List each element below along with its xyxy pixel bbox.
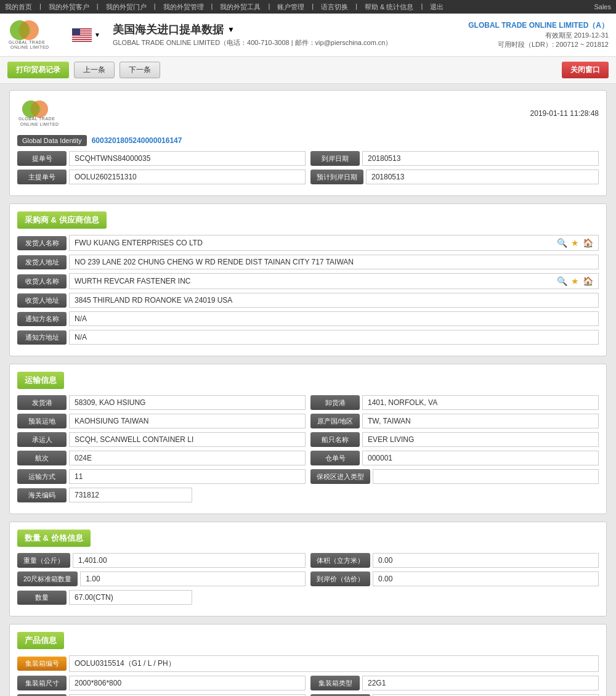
- card-datetime: 2019-01-11 11:28:48: [530, 109, 599, 118]
- consignee-home-icon[interactable]: 🏠: [583, 276, 593, 286]
- weight-volume-row: 重量（公斤） 1,401.00 体积（立方米） 0.00: [17, 553, 599, 568]
- top-nav: 我的首页 | 我的外贸客户 | 我的外贸门户 | 我的外贸管理 | 我的外贸工具…: [0, 0, 616, 14]
- carrier-value: SCQH, SCANWELL CONTAINER LI: [69, 432, 306, 447]
- quantity-price-header: 数量 & 价格信息: [17, 530, 599, 553]
- country-col: 原产国/地区 TW, TAIWAN: [310, 414, 599, 428]
- svg-text:GLOBAL TRADE: GLOBAL TRADE: [18, 117, 55, 121]
- shipper-name-value: FWU KUANG ENTERPRISES CO LTD 🔍 ★ 🏠: [69, 235, 599, 251]
- buyer-seller-title: 采购商 & 供应商信息: [17, 211, 107, 229]
- nav-sep5: |: [268, 2, 270, 12]
- customs-label: 海关编码: [17, 488, 67, 502]
- svg-point-15: [30, 104, 41, 115]
- weight-value: 1,401.00: [73, 553, 306, 568]
- nav-customers[interactable]: 我的外贸客户: [49, 2, 89, 12]
- container-size-type-row: 集装箱尺寸 2000*806*800 集装箱类型 22G1: [17, 676, 599, 690]
- master-bill-col: 主提单号 OOLU2602151310: [17, 170, 306, 184]
- ftz-col: 保税区进入类型: [310, 469, 599, 484]
- nav-home[interactable]: 我的首页: [5, 2, 32, 12]
- company-info: GLOBAL TRADE ONLINE LIMITED（电话：400-710-3…: [113, 38, 392, 47]
- nav-logout[interactable]: 退出: [430, 2, 444, 12]
- ftz-value: [373, 469, 599, 484]
- vessel-label: 船只名称: [310, 432, 360, 447]
- svg-rect-11: [72, 39, 92, 41]
- page-title: 美国海关进口提单数据: [113, 22, 224, 37]
- port-row: 发货港 58309, KAO HSIUNG 卸货港 1401, NORFOLK,…: [17, 395, 599, 410]
- header: GLOBAL TRADE ONLINE LIMITED ▼ 美国海关进口提单数据…: [0, 14, 616, 57]
- header-right: GLOBAL TRADE ONLINE LIMITED（A） 有效期至 2019…: [468, 20, 609, 49]
- weight-label: 重量（公斤）: [17, 553, 70, 568]
- dest-port-label: 卸货港: [310, 395, 360, 410]
- shipper-home-icon[interactable]: 🏠: [583, 238, 593, 248]
- nav-manage[interactable]: 我的外贸管理: [163, 2, 204, 12]
- customs-row: 海关编码 731812: [17, 488, 599, 502]
- top-toolbar: 打印贸易记录 上一条 下一条 关闭窗口: [0, 57, 616, 84]
- next-button-top[interactable]: 下一条: [120, 62, 160, 78]
- gto-logo: GLOBAL TRADE ONLINE LIMITED: [7, 18, 60, 52]
- nav-help[interactable]: 帮助 & 统计信息: [365, 2, 413, 12]
- nav-menu[interactable]: 我的首页 | 我的外贸客户 | 我的外贸门户 | 我的外贸管理 | 我的外贸工具…: [5, 2, 444, 12]
- carrier-vessel-row: 承运人 SCQH, SCANWELL CONTAINER LI 船只名称 EVE…: [17, 432, 599, 447]
- nav-account[interactable]: 账户管理: [277, 2, 304, 12]
- container-type-value: 22G1: [362, 676, 599, 690]
- cif-value: 0.00: [373, 571, 599, 586]
- svg-rect-12: [72, 28, 80, 35]
- quantity-label: 数量: [17, 591, 67, 605]
- product-header: 产品信息: [17, 632, 599, 655]
- notify-addr-value: N/A: [69, 330, 599, 345]
- consignee-name-value: WURTH REVCAR FASTENER INC 🔍 ★ 🏠: [69, 273, 599, 289]
- bill-unit-label: 仓单号: [310, 451, 360, 465]
- master-bill-value: OOLU2602151310: [69, 170, 306, 184]
- nav-sep: |: [39, 2, 41, 12]
- shipper-addr-label: 发货人地址: [17, 255, 67, 269]
- bill-no-col: 提单号 SCQHTWNS84000035: [17, 151, 306, 166]
- transport-mode-value: 11: [69, 469, 306, 484]
- consignee-star-icon[interactable]: ★: [571, 276, 579, 286]
- svg-rect-9: [72, 35, 92, 36]
- weight-col: 重量（公斤） 1,401.00: [17, 553, 306, 568]
- country-label: 原产国/地区: [310, 414, 360, 428]
- container20-value: 1.00: [80, 571, 306, 586]
- arrival-date-label: 到岸日期: [310, 151, 360, 166]
- logo-area: GLOBAL TRADE ONLINE LIMITED: [7, 18, 60, 52]
- title-dropdown-icon[interactable]: ▼: [227, 25, 235, 34]
- gdi-row: Global Data Identity 6003201805240000016…: [17, 135, 599, 146]
- container-type-label: 集装箱类型: [310, 676, 360, 690]
- consignee-name-row: 收货人名称 WURTH REVCAR FASTENER INC 🔍 ★ 🏠: [17, 273, 599, 289]
- close-button-top[interactable]: 关闭窗口: [562, 62, 609, 78]
- shipper-name-label: 发货人名称: [17, 236, 67, 250]
- page-title-area: 美国海关进口提单数据 ▼ GLOBAL TRADE ONLINE LIMITED…: [113, 22, 392, 47]
- dest-port-value: 1401, NORFOLK, VA: [362, 395, 599, 410]
- flag-dropdown[interactable]: ▼: [94, 31, 100, 38]
- master-bill-label: 主提单号: [17, 170, 67, 184]
- container-size-label: 集装箱尺寸: [17, 676, 67, 690]
- print-button-top[interactable]: 打印贸易记录: [7, 62, 69, 78]
- arrival-date-value: 20180513: [362, 151, 599, 166]
- voyage-label: 航次: [17, 451, 67, 465]
- shipper-star-icon[interactable]: ★: [571, 238, 579, 248]
- transport-section: 运输信息 发货港 58309, KAO HSIUNG 卸货港 1401, NOR…: [9, 364, 607, 514]
- nav-sep6: |: [312, 2, 314, 12]
- consignee-search-icon[interactable]: 🔍: [557, 276, 567, 286]
- master-bill-row: 主提单号 OOLU2602151310 预计到岸日期 20180513: [17, 170, 599, 184]
- cif-col: 到岸价（估价） 0.00: [310, 571, 599, 586]
- nav-lang[interactable]: 语言切换: [321, 2, 348, 12]
- quantity-price-section: 数量 & 价格信息 重量（公斤） 1,401.00 体积（立方米） 0.00 2…: [9, 522, 607, 616]
- nav-portal[interactable]: 我的外贸门户: [106, 2, 147, 12]
- quantity-row: 数量 67.00(CTN): [17, 590, 599, 605]
- transport-mode-label: 运输方式: [17, 469, 67, 484]
- nav-tools[interactable]: 我的外贸工具: [220, 2, 261, 12]
- card-logo: GLOBAL TRADE ONLINE LIMITED: [17, 98, 97, 129]
- prev-button-top[interactable]: 上一条: [74, 62, 115, 78]
- shipper-name-row: 发货人名称 FWU KUANG ENTERPRISES CO LTD 🔍 ★ 🏠: [17, 235, 599, 251]
- nav-sep8: |: [421, 2, 423, 12]
- volume-value: 0.00: [373, 553, 599, 568]
- eta-label: 预计到岸日期: [310, 170, 363, 184]
- voyage-col: 航次 024E: [17, 451, 306, 465]
- flag-area[interactable]: ▼: [72, 28, 100, 42]
- origin-port-value: 58309, KAO HSIUNG: [69, 395, 306, 410]
- transport-title: 运输信息: [17, 372, 64, 389]
- shipper-addr-value: NO 239 LANE 202 CHUNG CHENG W RD RENDE D…: [69, 255, 599, 269]
- gdi-value: 6003201805240000016147: [92, 136, 182, 145]
- main-content: GLOBAL TRADE ONLINE LIMITED 2019-01-11 1…: [0, 84, 616, 696]
- shipper-search-icon[interactable]: 🔍: [557, 238, 567, 248]
